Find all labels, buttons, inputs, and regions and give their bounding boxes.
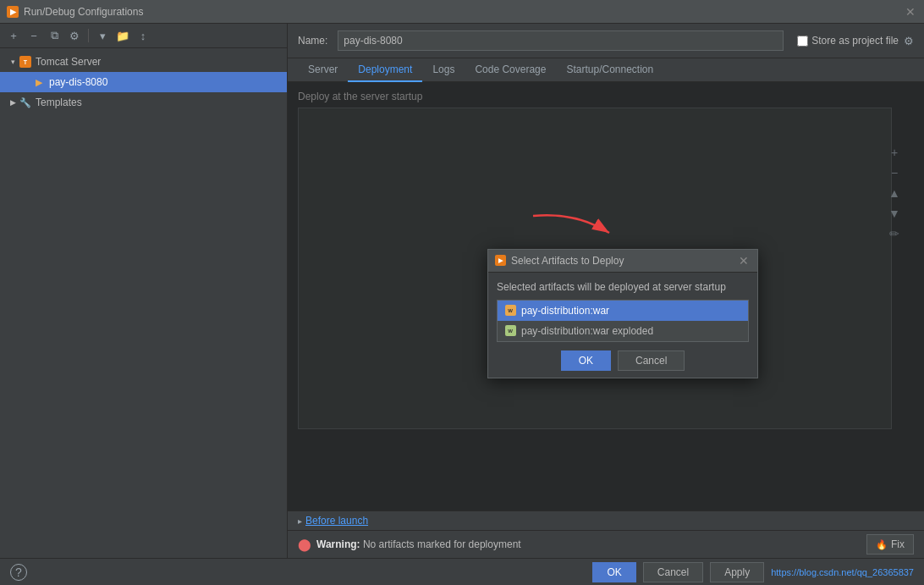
warning-row: ⬤ Warning: No artifacts marked for deplo… — [288, 531, 924, 558]
templates-arrow: ▶ — [7, 97, 19, 108]
tab-server[interactable]: Server — [298, 58, 348, 82]
war-icon: W — [504, 305, 516, 317]
ok-button[interactable]: OK — [592, 562, 635, 582]
modal-title: Select Artifacts to Deploy — [511, 255, 737, 267]
folder-button[interactable]: 📁 — [114, 27, 131, 44]
dropdown-button[interactable]: ▾ — [94, 27, 111, 44]
artifact-item-war[interactable]: W pay-distribution:war — [498, 301, 748, 321]
config-item-pay-dis-8080[interactable]: ▶ pay-dis-8080 — [0, 72, 287, 92]
tab-logs[interactable]: Logs — [422, 58, 465, 82]
bottom-bar: ▸ Before launch ⬤ Warning: No artifacts … — [288, 510, 924, 558]
tomcat-group[interactable]: ▾ T Tomcat Server — [0, 52, 287, 72]
name-label: Name: — [298, 35, 327, 47]
group-arrow: ▾ — [7, 56, 19, 68]
before-launch-arrow: ▸ — [298, 516, 302, 526]
modal-titlebar: ▶ Select Artifacts to Deploy ✕ — [488, 250, 757, 273]
store-project-row: Store as project file ⚙ — [797, 35, 914, 47]
help-button[interactable]: ? — [10, 564, 27, 581]
app-icon: ▶ — [7, 6, 19, 18]
arrow-indicator — [525, 207, 626, 252]
sort-button[interactable]: ↕ — [135, 27, 151, 44]
tomcat-group-icon: T — [19, 55, 32, 69]
sidebar: + − ⧉ ⚙ ▾ 📁 ↕ ▾ T Tomcat Server — [0, 24, 288, 558]
close-button[interactable]: ✕ — [904, 5, 917, 19]
config-icon: ▶ — [32, 75, 46, 89]
modal-ok-button[interactable]: OK — [561, 350, 611, 371]
title-bar: ▶ Run/Debug Configurations ✕ — [0, 0, 924, 24]
fix-icon: 🔥 — [876, 539, 888, 550]
name-input[interactable] — [338, 30, 784, 51]
modal-close-button[interactable]: ✕ — [737, 254, 751, 268]
modal-overlay: ▶ Select Artifacts to Deploy ✕ Selected … — [288, 82, 924, 510]
header-row: Name: Store as project file ⚙ — [288, 24, 924, 58]
store-as-project-label: Store as project file — [811, 35, 899, 47]
fix-button[interactable]: 🔥 Fix — [866, 534, 914, 555]
config-item-label: pay-dis-8080 — [49, 76, 107, 88]
tab-startup[interactable]: Startup/Connection — [556, 58, 663, 82]
templates-group[interactable]: ▶ 🔧 Templates — [0, 92, 287, 113]
settings-button[interactable]: ⚙ — [66, 27, 83, 44]
config-tree: ▾ T Tomcat Server ▶ pay-dis-8080 ▶ 🔧 — [0, 48, 287, 558]
templates-icon: 🔧 — [19, 96, 32, 109]
modal-body: Selected artifacts will be deployed at s… — [488, 273, 757, 378]
cancel-button[interactable]: Cancel — [643, 562, 703, 582]
artifact-war-exploded-label: pay-distribution:war exploded — [521, 325, 653, 337]
warning-text: Warning: No artifacts marked for deploym… — [316, 538, 521, 550]
add-config-button[interactable]: + — [5, 27, 22, 44]
footer: ? OK Cancel Apply https://blog.csdn.net/… — [0, 558, 924, 585]
artifact-list: W pay-distribution:war W pay-distributio… — [497, 300, 749, 342]
select-artifacts-dialog: ▶ Select Artifacts to Deploy ✕ Selected … — [487, 249, 758, 378]
modal-cancel-button[interactable]: Cancel — [618, 350, 685, 371]
artifact-war-label: pay-distribution:war — [521, 305, 609, 317]
item-spacer — [20, 76, 32, 88]
warning-icon: ⬤ — [298, 538, 311, 551]
remove-config-button[interactable]: − — [25, 27, 42, 44]
modal-icon: ▶ — [495, 255, 506, 266]
modal-description: Selected artifacts will be deployed at s… — [497, 281, 749, 293]
tomcat-group-label: Tomcat Server — [36, 56, 101, 68]
separator — [88, 29, 89, 42]
status-url[interactable]: https://blog.csdn.net/qq_26365837 — [771, 567, 914, 577]
before-launch-link[interactable]: Before launch — [305, 515, 368, 527]
war-exploded-icon: W — [504, 325, 516, 337]
copy-config-button[interactable]: ⧉ — [46, 27, 63, 44]
sidebar-toolbar: + − ⧉ ⚙ ▾ 📁 ↕ — [0, 24, 287, 48]
tab-bar: Server Deployment Logs Code Coverage Sta… — [288, 58, 924, 82]
before-launch-row: ▸ Before launch — [288, 511, 924, 531]
modal-button-row: OK Cancel — [497, 350, 749, 371]
artifact-item-war-exploded[interactable]: W pay-distribution:war exploded — [498, 321, 748, 341]
tab-deployment[interactable]: Deployment — [348, 58, 422, 82]
window-title: Run/Debug Configurations — [24, 6, 143, 18]
store-as-project-checkbox[interactable] — [797, 36, 808, 47]
right-panel: Name: Store as project file ⚙ Server Dep… — [288, 24, 924, 558]
store-gear-icon[interactable]: ⚙ — [904, 35, 914, 47]
apply-button[interactable]: Apply — [710, 562, 764, 582]
templates-label: Templates — [36, 97, 82, 108]
deployment-content: Deploy at the server startup + − ▲ ▼ ✏ — [288, 82, 924, 510]
tab-coverage[interactable]: Code Coverage — [465, 58, 556, 82]
main-container: + − ⧉ ⚙ ▾ 📁 ↕ ▾ T Tomcat Server — [0, 24, 924, 558]
